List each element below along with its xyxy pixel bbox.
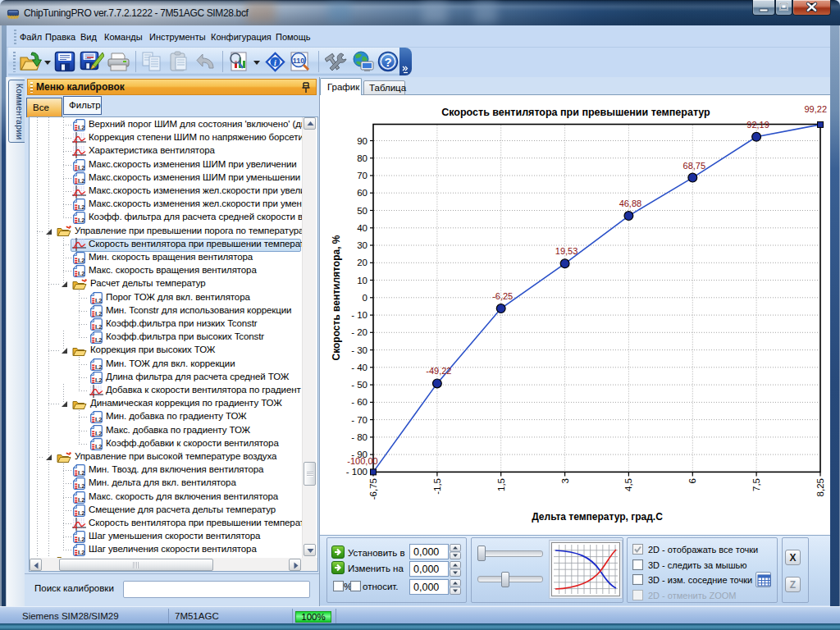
svg-text:-100,00: -100,00: [347, 456, 377, 466]
svg-text:I.2: I.2: [78, 270, 84, 277]
svg-text:92,19: 92,19: [746, 120, 769, 130]
svg-text:7,5: 7,5: [751, 478, 761, 491]
svg-text:I.2: I.2: [78, 536, 84, 543]
svg-text:-49,22: -49,22: [426, 366, 451, 376]
svg-text:I.2: I.2: [78, 469, 84, 477]
svg-text:- 60: - 60: [351, 397, 368, 407]
svg-text:- 20: - 20: [351, 327, 368, 337]
svg-text:I.2: I.2: [95, 416, 102, 423]
svg-text:- 40: - 40: [351, 363, 368, 372]
svg-text:- 10: - 10: [351, 310, 368, 320]
svg-text:3: 3: [560, 478, 570, 483]
svg-text:I.2: I.2: [95, 377, 102, 384]
svg-text:- 80: - 80: [351, 432, 368, 442]
svg-text:20: 20: [357, 258, 368, 267]
svg-text:- 70: - 70: [351, 415, 368, 425]
svg-text:-6,75: -6,75: [368, 478, 378, 500]
svg-text:I.2: I.2: [78, 509, 84, 517]
svg-text:19,53: 19,53: [555, 246, 578, 256]
svg-text:60: 60: [357, 188, 368, 198]
svg-text:46,88: 46,88: [619, 199, 642, 208]
svg-text:50: 50: [357, 206, 368, 216]
svg-text:I.2: I.2: [95, 323, 102, 331]
svg-text:I.2: I.2: [78, 257, 84, 264]
svg-text:10: 10: [357, 276, 368, 285]
svg-text:80: 80: [357, 153, 368, 163]
svg-text:-6,25: -6,25: [492, 291, 513, 301]
svg-text:40: 40: [357, 223, 368, 233]
svg-text:Дельта температур, град.C: Дельта температур, град.C: [532, 511, 663, 523]
svg-text:- 50: - 50: [351, 380, 368, 390]
svg-text:I.2: I.2: [78, 482, 84, 490]
svg-text:I.2: I.2: [78, 496, 84, 504]
svg-text:99,22: 99,22: [804, 104, 827, 114]
svg-text:90: 90: [357, 136, 368, 146]
svg-text:30: 30: [357, 240, 368, 250]
svg-text:I.2: I.2: [78, 177, 84, 185]
svg-text:I.2: I.2: [78, 549, 84, 556]
svg-text:Скорость вентилятора, %: Скорость вентилятора, %: [331, 235, 342, 360]
svg-text:I.2: I.2: [95, 336, 102, 344]
svg-text:1,5: 1,5: [496, 478, 506, 491]
svg-text:I.2: I.2: [78, 203, 84, 211]
svg-text:I.2: I.2: [95, 443, 102, 450]
svg-text:- 30: - 30: [351, 345, 368, 355]
svg-text:70: 70: [357, 171, 368, 180]
svg-text:I.2: I.2: [95, 310, 102, 317]
svg-text:I.2: I.2: [95, 297, 102, 304]
svg-text:110: 110: [293, 57, 305, 65]
svg-text:-1,5: -1,5: [432, 478, 442, 495]
svg-text:- 100: - 100: [346, 467, 368, 477]
svg-text:I.2: I.2: [78, 164, 84, 171]
svg-text:0: 0: [363, 293, 368, 303]
svg-text:I.2: I.2: [78, 217, 84, 224]
svg-text:?: ?: [384, 55, 391, 69]
svg-text:Скорость вентилятора при превы: Скорость вентилятора при превышении темп…: [441, 107, 710, 118]
svg-text:4,5: 4,5: [623, 478, 633, 491]
svg-text:68,75: 68,75: [683, 161, 706, 171]
svg-text:I.2: I.2: [95, 430, 102, 437]
svg-text:6: 6: [687, 478, 697, 483]
svg-text:i: i: [274, 58, 276, 67]
svg-text:I.2: I.2: [78, 124, 84, 131]
svg-text:8,25: 8,25: [815, 478, 825, 496]
svg-text:I.2: I.2: [95, 363, 102, 371]
